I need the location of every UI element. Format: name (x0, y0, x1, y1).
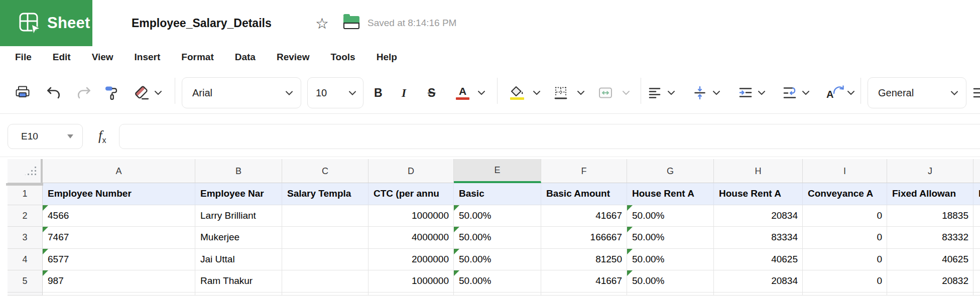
column-header-B[interactable]: B (195, 159, 282, 183)
cell-J5[interactable]: 20832 (887, 270, 973, 292)
borders-button[interactable] (554, 86, 567, 100)
cell-J6[interactable] (887, 292, 973, 295)
cell-A6[interactable] (43, 292, 195, 295)
cell-F4[interactable]: 81250 (541, 249, 627, 271)
cell-D2[interactable]: 1000000 (369, 205, 454, 227)
row-header-1[interactable]: 1 (8, 183, 43, 205)
cell-G5[interactable]: 50.00% (627, 270, 714, 292)
menu-help[interactable]: Help (377, 52, 397, 63)
row-header-2[interactable]: 2 (8, 205, 43, 227)
cell-A2[interactable]: 4566 (43, 205, 195, 227)
cell-D3[interactable]: 4000000 (369, 227, 454, 249)
cell-J2[interactable]: 18835 (887, 205, 973, 227)
redo-button[interactable] (76, 86, 91, 99)
fill-color-chevron-icon[interactable] (533, 91, 540, 95)
cell-B6[interactable] (195, 292, 282, 295)
cell-J3[interactable]: 83332 (887, 227, 973, 249)
cell-C1[interactable]: Salary Templa (282, 183, 369, 205)
cell-F3[interactable]: 166667 (541, 227, 627, 249)
cell-D4[interactable]: 2000000 (369, 249, 454, 271)
cell-J1[interactable]: Fixed Allowan (887, 183, 973, 205)
row-header-4[interactable]: 4 (8, 249, 43, 271)
cell-I6[interactable] (803, 292, 887, 295)
number-format-select[interactable]: General (868, 77, 966, 108)
cell-K1[interactable]: F (973, 183, 980, 205)
horizontal-align-button[interactable] (649, 87, 661, 99)
cell-A5[interactable]: 987 (43, 270, 195, 292)
cell-D6[interactable] (369, 292, 454, 295)
cell-E6[interactable] (454, 292, 541, 295)
print-button[interactable] (15, 86, 30, 100)
app-logo[interactable]: Sheet (0, 0, 92, 46)
italic-button[interactable]: I (402, 87, 406, 99)
cell-D1[interactable]: CTC (per annu (369, 183, 454, 205)
column-header-H[interactable]: H (714, 159, 803, 183)
row-header-3[interactable]: 3 (8, 227, 43, 249)
cell-B1[interactable]: Employee Nar (195, 183, 282, 205)
column-header-A[interactable]: A (43, 159, 195, 183)
select-all-corner[interactable] (8, 159, 43, 183)
cell-K3[interactable] (973, 227, 980, 249)
cell-E5[interactable]: 50.00% (454, 270, 541, 292)
font-size-select[interactable]: 10 (307, 77, 363, 108)
cell-H1[interactable]: House Rent A (714, 183, 803, 205)
column-header-I[interactable]: I (803, 159, 887, 183)
font-family-select[interactable]: Arial (182, 77, 301, 108)
wrap-text-chevron-icon[interactable] (802, 91, 809, 95)
menu-review[interactable]: Review (277, 52, 309, 63)
cell-H5[interactable]: 20834 (714, 270, 803, 292)
cell-I1[interactable]: Conveyance A (803, 183, 887, 205)
strikethrough-button[interactable]: S (428, 87, 435, 99)
cell-A1[interactable]: Employee Number (43, 183, 195, 205)
menu-file[interactable]: File (15, 52, 32, 63)
undo-button[interactable] (46, 86, 61, 99)
cell-A3[interactable]: 7467 (43, 227, 195, 249)
cell-C6[interactable] (282, 292, 369, 295)
document-title[interactable]: Employee_Salary_Details (132, 0, 272, 46)
cell-H4[interactable]: 40625 (714, 249, 803, 271)
cell-I5[interactable]: 0 (803, 270, 887, 292)
text-color-chevron-icon[interactable] (478, 91, 485, 95)
cell-K5[interactable] (973, 270, 980, 292)
cell-G1[interactable]: House Rent A (627, 183, 714, 205)
row-header-5[interactable]: 5 (8, 270, 43, 292)
cell-K2[interactable] (973, 205, 980, 227)
cell-G6[interactable] (627, 292, 714, 295)
fill-color-button[interactable] (510, 86, 524, 100)
eraser-button[interactable] (134, 86, 150, 100)
cell-G4[interactable]: 50.00% (627, 249, 714, 271)
cell-C4[interactable] (282, 249, 369, 271)
cell-E4[interactable]: 50.00% (454, 249, 541, 271)
column-header-E[interactable]: E (454, 159, 541, 183)
menu-edit[interactable]: Edit (53, 52, 71, 63)
clipped-toolbar-icon[interactable] (973, 87, 980, 99)
menu-data[interactable]: Data (235, 52, 256, 63)
cell-F1[interactable]: Basic Amount (541, 183, 627, 205)
indent-button[interactable] (739, 87, 752, 99)
row-header-6[interactable] (8, 292, 43, 295)
formula-input[interactable] (119, 124, 980, 149)
cell-I2[interactable]: 0 (803, 205, 887, 227)
format-painter-button[interactable] (104, 86, 118, 100)
horizontal-align-chevron-icon[interactable] (668, 91, 675, 95)
column-header-G[interactable]: G (627, 159, 714, 183)
cell-E2[interactable]: 50.00% (454, 205, 541, 227)
cell-C5[interactable] (282, 270, 369, 292)
cell-C2[interactable] (282, 205, 369, 227)
column-header-K[interactable] (973, 159, 980, 183)
menu-tools[interactable]: Tools (330, 52, 355, 63)
merge-cells-button[interactable] (598, 87, 612, 99)
borders-chevron-icon[interactable] (577, 91, 584, 95)
column-header-J[interactable]: J (887, 159, 973, 183)
cell-G3[interactable]: 50.00% (627, 227, 714, 249)
favorite-star-icon[interactable]: ☆ (315, 0, 329, 46)
column-header-F[interactable]: F (541, 159, 627, 183)
text-rotation-button[interactable]: A (826, 85, 843, 100)
cell-F6[interactable] (541, 292, 627, 295)
cell-B2[interactable]: Larry Brilliant (195, 205, 282, 227)
cell-I4[interactable]: 0 (803, 249, 887, 271)
cell-F2[interactable]: 41667 (541, 205, 627, 227)
cell-G2[interactable]: 50.00% (627, 205, 714, 227)
column-header-D[interactable]: D (369, 159, 454, 183)
cell-B4[interactable]: Jai Uttal (195, 249, 282, 271)
